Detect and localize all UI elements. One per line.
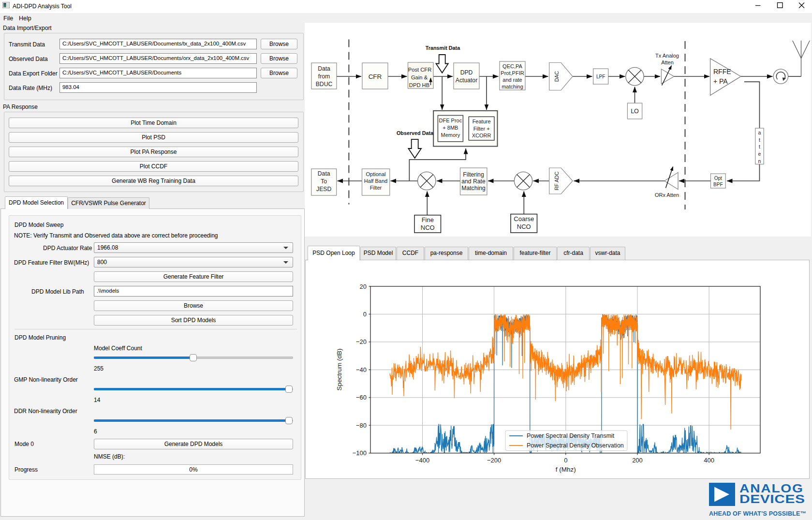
svg-text:DPD: DPD xyxy=(460,69,473,76)
svg-text:JESD: JESD xyxy=(316,186,331,193)
svg-text:+ 8MB: + 8MB xyxy=(443,125,458,131)
svg-text:Filtering: Filtering xyxy=(463,171,484,178)
svg-text:Matching: Matching xyxy=(461,185,485,192)
svg-text:ORx Atten: ORx Atten xyxy=(655,192,679,198)
svg-text:QEC,PA: QEC,PA xyxy=(502,63,522,69)
svg-text:NCO: NCO xyxy=(517,223,531,230)
svg-text:Feature: Feature xyxy=(472,119,491,124)
svg-text:−80: −80 xyxy=(356,422,367,429)
svg-text:0: 0 xyxy=(363,311,367,318)
svg-text:Power Spectral Density Observa: Power Spectral Density Observation xyxy=(527,442,624,449)
svg-text:Opt: Opt xyxy=(714,176,722,181)
svg-text:Atten: Atten xyxy=(661,59,674,65)
svg-text:t: t xyxy=(759,137,760,143)
svg-text:Coarse: Coarse xyxy=(514,215,534,223)
svg-text:LO: LO xyxy=(631,108,639,115)
svg-text:Power Spectral Density Transmi: Power Spectral Density Transmit xyxy=(527,432,615,439)
svg-text:To: To xyxy=(321,178,327,185)
svg-text:Data: Data xyxy=(318,65,330,72)
svg-text:Gain &: Gain & xyxy=(411,74,428,80)
svg-text:DFE Proc: DFE Proc xyxy=(439,118,462,123)
svg-text:Transmit Data: Transmit Data xyxy=(426,45,460,51)
svg-text:200: 200 xyxy=(632,457,643,464)
svg-text:from: from xyxy=(318,73,330,80)
svg-text:Actuator: Actuator xyxy=(456,77,477,84)
svg-text:−400: −400 xyxy=(415,457,429,464)
svg-text:Post CFR: Post CFR xyxy=(408,67,432,73)
svg-text:a: a xyxy=(758,130,761,135)
svg-text:+ PA: + PA xyxy=(713,77,728,85)
svg-text:−40: −40 xyxy=(356,366,367,373)
svg-text:n: n xyxy=(758,158,761,164)
svg-text:BDUC: BDUC xyxy=(316,81,333,88)
svg-text:Observed Data: Observed Data xyxy=(397,130,434,136)
svg-text:DAC: DAC xyxy=(554,71,560,82)
svg-text:RF ADC: RF ADC xyxy=(554,171,560,190)
svg-text:f (Mhz): f (Mhz) xyxy=(556,466,576,473)
svg-text:t: t xyxy=(759,144,760,149)
svg-text:Optional: Optional xyxy=(366,171,386,177)
svg-text:and rate: and rate xyxy=(502,77,522,83)
svg-text:BPF: BPF xyxy=(713,182,723,187)
svg-text:matching: matching xyxy=(502,84,523,89)
svg-text:Spectrum (dB): Spectrum (dB) xyxy=(336,348,343,390)
svg-text:20: 20 xyxy=(360,283,367,290)
svg-text:and Rate: and Rate xyxy=(461,178,486,185)
svg-text:CFR: CFR xyxy=(369,73,382,80)
svg-text:LPF: LPF xyxy=(596,74,605,79)
svg-text:−20: −20 xyxy=(356,338,367,345)
svg-text:−200: −200 xyxy=(487,457,501,464)
svg-text:Half Band: Half Band xyxy=(364,178,387,184)
svg-text:Fine: Fine xyxy=(422,216,434,223)
svg-text:Memory: Memory xyxy=(441,132,460,138)
svg-text:NCO: NCO xyxy=(421,224,435,231)
svg-text:Data: Data xyxy=(318,170,330,177)
svg-text:−60: −60 xyxy=(356,394,367,401)
svg-text:Filter: Filter xyxy=(370,185,382,191)
svg-text:0: 0 xyxy=(564,457,567,464)
svg-text:RFFE: RFFE xyxy=(713,68,731,75)
svg-text:Prot,PFIR: Prot,PFIR xyxy=(501,70,524,76)
svg-text:XCORR: XCORR xyxy=(472,133,491,138)
svg-text:Tx Analog: Tx Analog xyxy=(655,53,679,59)
svg-text:e: e xyxy=(758,151,761,157)
svg-text:Filter +: Filter + xyxy=(473,126,490,132)
svg-text:400: 400 xyxy=(704,457,714,464)
svg-text:DPD HB: DPD HB xyxy=(409,82,429,88)
svg-text:−100: −100 xyxy=(353,449,367,457)
